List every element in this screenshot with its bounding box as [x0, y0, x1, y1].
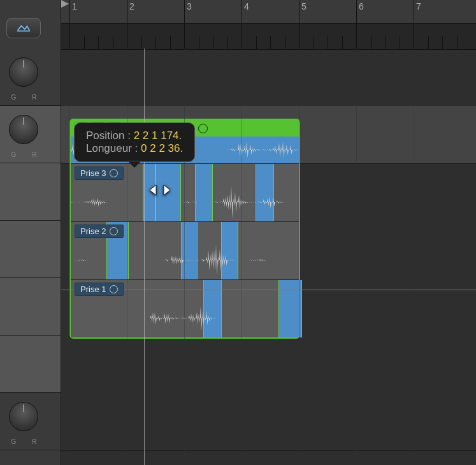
cycle-start-marker[interactable]	[61, 0, 69, 23]
take-selection[interactable]	[203, 280, 221, 337]
take-selection[interactable]	[195, 164, 212, 221]
svg-marker-1	[61, 0, 69, 8]
knob-scale-label: G R	[6, 151, 45, 158]
track-header	[0, 221, 61, 278]
tooltip-length-label: Longueur :	[86, 142, 138, 154]
take-row[interactable]: Prise 2	[71, 221, 299, 279]
tooltip-position-label: Position :	[86, 129, 131, 142]
take-color-icon[interactable]	[110, 227, 118, 235]
knob-scale-label: G R	[6, 94, 45, 101]
take-selection[interactable]	[278, 280, 301, 337]
pan-knob[interactable]	[9, 115, 38, 144]
pan-knob[interactable]	[9, 402, 38, 431]
track-header: G R	[0, 106, 61, 163]
position-tooltip: Position : 2 2 1 174. Longueur : 0 2 2 3…	[74, 122, 195, 162]
bar-ruler[interactable]: 1234567	[61, 0, 476, 24]
playhead[interactable]	[144, 48, 145, 465]
take-label[interactable]: Prise 1	[75, 283, 124, 296]
take-row[interactable]: Prise 1	[71, 279, 299, 337]
bar-number: 2	[129, 1, 134, 11]
bar-number: 5	[301, 1, 307, 11]
take-selection[interactable]	[181, 222, 197, 279]
bar-number: 1	[72, 1, 77, 11]
track-header	[0, 163, 61, 221]
track-header	[0, 336, 61, 393]
beat-ruler[interactable]	[61, 24, 476, 50]
track-header: G R	[0, 48, 61, 106]
take-row[interactable]: Prise 3	[71, 163, 299, 221]
bar-number: 7	[416, 1, 421, 11]
take-selection[interactable]	[221, 222, 238, 279]
track-header-config-button[interactable]	[6, 18, 41, 38]
svg-rect-0	[17, 31, 30, 32]
take-label[interactable]: Prise 2	[75, 225, 124, 238]
take-selection[interactable]	[143, 164, 180, 221]
bar-number: 3	[187, 1, 192, 11]
take-color-icon[interactable]	[110, 285, 118, 293]
knob-scale-label: G R	[6, 438, 45, 445]
bar-number: 6	[359, 1, 364, 11]
bar-number: 4	[244, 1, 249, 11]
take-color-icon[interactable]	[198, 124, 208, 133]
take-label[interactable]: Prise 3	[75, 166, 124, 180]
tooltip-position-value: 2 2 1 174.	[134, 129, 182, 142]
take-selection[interactable]	[256, 164, 273, 221]
take-color-icon[interactable]	[110, 169, 118, 177]
edit-edge[interactable]	[155, 164, 155, 221]
track-header	[0, 278, 61, 336]
track-header: G R	[0, 393, 61, 450]
tooltip-length-value: 0 2 2 36.	[141, 142, 183, 154]
pan-knob[interactable]	[9, 57, 38, 87]
